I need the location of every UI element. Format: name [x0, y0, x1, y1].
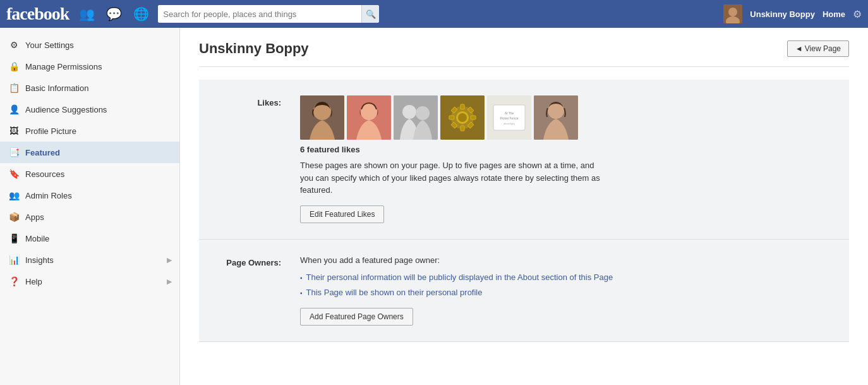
admin-roles-label: Admin Roles: [25, 191, 172, 200]
messages-icon[interactable]: 💬: [102, 5, 126, 23]
help-icon: ❓: [8, 275, 20, 288]
svg-rect-15: [449, 116, 454, 119]
insights-icon: 📊: [8, 254, 20, 266]
sidebar-item-profile-picture[interactable]: 🖼 Profile Picture: [0, 120, 179, 142]
right-nav: Unskinny Boppy Home ⚙: [723, 4, 862, 23]
like-image-4: [440, 95, 485, 140]
svg-rect-16: [471, 116, 476, 119]
apps-label: Apps: [25, 212, 172, 222]
edit-featured-likes-button[interactable]: Edit Featured Likes: [300, 205, 384, 223]
sidebar-item-help[interactable]: ❓ Help ▶: [0, 271, 179, 292]
featured-likes-description: These pages are shown on your page. Up t…: [300, 159, 603, 197]
svg-point-8: [402, 105, 416, 119]
bullet-item-2: This Page will be shown on their persona…: [300, 286, 830, 299]
search-input[interactable]: [158, 5, 361, 23]
likes-images-row: At The Picket Fence abcdefghij: [300, 95, 830, 140]
sidebar-item-your-settings[interactable]: ⚙ Your Settings: [0, 34, 179, 56]
profile-picture-icon: 🖼: [8, 125, 20, 137]
sidebar-item-resources[interactable]: 🔖 Resources: [0, 163, 179, 185]
basic-information-label: Basic Information: [25, 83, 172, 93]
settings-gear-icon[interactable]: ⚙: [853, 8, 862, 20]
featured-icon: 📑: [8, 146, 20, 159]
page-owners-row: Page Owners: When you add a featured pag…: [218, 255, 830, 326]
view-page-button[interactable]: ◄ View Page: [787, 40, 849, 57]
facebook-logo: facebook: [6, 4, 69, 24]
svg-rect-14: [461, 126, 464, 131]
page-owners-label: Page Owners:: [218, 255, 281, 326]
page-owners-content: When you add a featured page owner: Thei…: [300, 255, 830, 326]
mobile-label: Mobile: [25, 234, 172, 243]
page-owners-bullets: Their personal information will be publi…: [300, 271, 830, 299]
svg-point-1: [728, 8, 737, 16]
admin-roles-icon: 👥: [8, 189, 20, 202]
likes-section: Likes:: [199, 80, 849, 240]
audience-suggestions-icon: 👤: [8, 103, 20, 116]
page-wrapper: ⚙ Your Settings 🔒 Manage Permissions 📋 B…: [0, 28, 868, 385]
mobile-icon: 📱: [8, 232, 20, 245]
sidebar-item-mobile[interactable]: 📱 Mobile: [0, 228, 179, 249]
main-content: Unskinny Boppy ◄ View Page Likes:: [180, 28, 868, 385]
insights-label: Insights: [25, 255, 162, 265]
like-image-5: At The Picket Fence abcdefghij: [487, 95, 531, 140]
likes-content: At The Picket Fence abcdefghij: [300, 95, 830, 223]
globe-icon[interactable]: 🌐: [130, 5, 153, 23]
svg-rect-13: [461, 104, 464, 109]
like-image-2: [347, 95, 391, 140]
sidebar-item-insights[interactable]: 📊 Insights ▶: [0, 249, 179, 271]
audience-suggestions-label: Audience Suggestions: [25, 105, 172, 114]
sidebar-item-manage-permissions[interactable]: 🔒 Manage Permissions: [0, 56, 179, 77]
avatar: [723, 4, 742, 23]
sidebar-item-featured[interactable]: 📑 Featured: [0, 142, 179, 163]
username-label[interactable]: Unskinny Boppy: [750, 9, 815, 19]
manage-permissions-icon: 🔒: [8, 60, 20, 73]
profile-picture-label: Profile Picture: [25, 126, 172, 136]
svg-point-9: [416, 106, 430, 120]
sidebar: ⚙ Your Settings 🔒 Manage Permissions 📋 B…: [0, 28, 180, 385]
likes-row: Likes:: [218, 95, 830, 223]
bullet-item-1: Their personal information will be publi…: [300, 271, 830, 284]
your-settings-icon: ⚙: [8, 39, 20, 51]
nav-icons-group: 👥 💬 🌐: [75, 5, 153, 23]
like-image-6: [534, 95, 578, 140]
page-header: Unskinny Boppy ◄ View Page: [199, 40, 849, 67]
resources-label: Resources: [25, 169, 172, 179]
apps-icon: 📦: [8, 211, 20, 223]
page-owners-intro: When you add a featured page owner:: [300, 255, 830, 265]
bullet-text-1: Their personal information will be publi…: [306, 271, 613, 284]
featured-likes-count: 6 featured likes: [300, 145, 830, 154]
page-owners-section: Page Owners: When you add a featured pag…: [199, 240, 849, 342]
sidebar-item-admin-roles[interactable]: 👥 Admin Roles: [0, 185, 179, 206]
basic-information-icon: 📋: [8, 82, 20, 94]
like-image-3: [394, 95, 438, 140]
likes-label: Likes:: [218, 95, 281, 223]
svg-text:abcdefghij: abcdefghij: [503, 122, 515, 125]
insights-chevron-icon: ▶: [167, 256, 172, 264]
friends-icon[interactable]: 👥: [75, 5, 99, 23]
svg-point-21: [458, 113, 467, 122]
resources-icon: 🔖: [8, 168, 20, 180]
sidebar-item-apps[interactable]: 📦 Apps: [0, 206, 179, 228]
top-navigation: facebook 👥 💬 🌐 🔍 Unskinny Boppy Home ⚙: [0, 0, 868, 28]
add-featured-page-owners-button[interactable]: Add Featured Page Owners: [300, 308, 413, 326]
home-link[interactable]: Home: [823, 9, 845, 19]
svg-text:At The: At The: [505, 111, 514, 115]
featured-label: Featured: [25, 148, 172, 157]
like-image-1: [300, 95, 344, 140]
search-button[interactable]: 🔍: [361, 5, 379, 23]
sidebar-item-basic-information[interactable]: 📋 Basic Information: [0, 77, 179, 99]
your-settings-label: Your Settings: [25, 40, 172, 50]
svg-text:Picket Fence: Picket Fence: [500, 116, 519, 120]
sidebar-item-audience-suggestions[interactable]: 👤 Audience Suggestions: [0, 99, 179, 120]
page-title: Unskinny Boppy: [199, 40, 309, 57]
content-body: Likes:: [199, 80, 849, 342]
manage-permissions-label: Manage Permissions: [25, 62, 172, 71]
help-label: Help: [25, 277, 162, 286]
help-chevron-icon: ▶: [167, 278, 172, 286]
search-bar: 🔍: [158, 5, 379, 23]
bullet-text-2: This Page will be shown on their persona…: [306, 286, 483, 299]
